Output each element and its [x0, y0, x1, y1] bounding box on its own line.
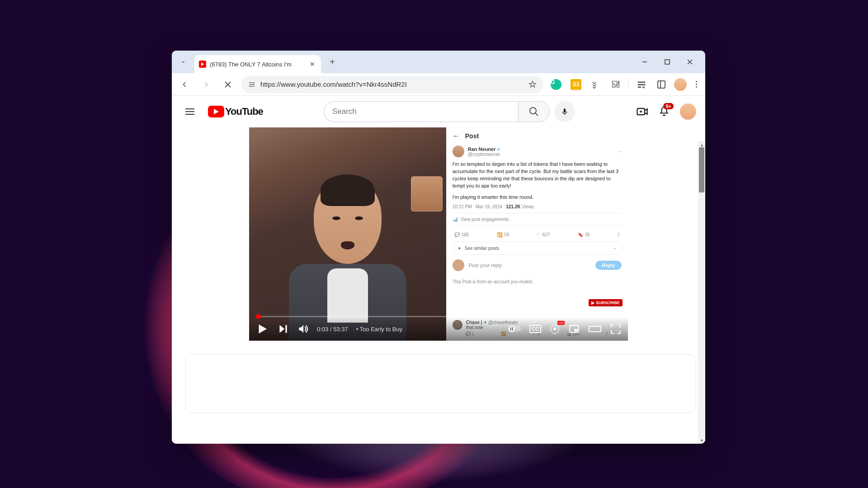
video-player[interactable]: ← Post Ran Neuner ✔ @cryptomanran ⋯ I'm … — [249, 127, 628, 341]
svg-rect-24 — [510, 327, 511, 331]
notifications-button[interactable]: 9+ — [658, 106, 670, 117]
subscribe-overlay-button[interactable]: ▶ SUBSCRIBE — [589, 299, 623, 306]
youtube-header: YouTube 9+ — [172, 96, 705, 127]
arrow-right-icon: → — [612, 246, 617, 251]
youtube-logo-icon — [208, 106, 224, 117]
scrollbar-thumb[interactable] — [699, 147, 704, 192]
tweet-back-icon: ← — [453, 132, 460, 140]
youtube-logo-text: YouTube — [225, 106, 263, 117]
svg-point-23 — [509, 326, 515, 332]
microphone-icon — [561, 108, 569, 116]
tweet-author-handle: @cryptomanran — [468, 152, 501, 157]
svg-point-26 — [553, 328, 556, 330]
tab-title: (6783) The ONLY 7 Altcoins I'm — [210, 61, 305, 68]
tabs-dropdown-button[interactable] — [175, 54, 191, 70]
tweet-body-1: I'm so tempted to degen into a list of t… — [453, 161, 622, 190]
view-engagements-link: 📊 View post engagements — [453, 217, 622, 222]
svg-rect-21 — [285, 325, 287, 333]
voice-search-button[interactable] — [554, 101, 575, 122]
svg-rect-12 — [638, 81, 646, 83]
search-input[interactable] — [324, 101, 518, 122]
retweet-icon: 🔁 — [497, 232, 502, 237]
muted-account-notice: This Post is from an account you muted. — [453, 277, 622, 286]
bookmark-count: 🔖35 — [578, 232, 590, 237]
subtitles-button[interactable]: CC — [529, 325, 541, 333]
fullscreen-button[interactable] — [610, 323, 622, 335]
volume-button[interactable] — [297, 323, 309, 335]
profile-avatar[interactable] — [674, 78, 687, 91]
tweet-author-name: Ran Neuner — [468, 146, 496, 152]
reply-count: 💬185 — [454, 232, 469, 237]
svg-rect-14 — [638, 86, 641, 88]
new-tab-button[interactable]: + — [326, 55, 339, 69]
svg-rect-17 — [564, 108, 566, 113]
video-info-panel — [185, 354, 696, 413]
site-settings-icon[interactable] — [248, 80, 256, 89]
video-host-view — [249, 127, 446, 341]
bookmark-star-icon[interactable] — [528, 80, 537, 89]
svg-rect-9 — [251, 84, 255, 85]
stop-reload-button[interactable] — [220, 76, 236, 93]
browser-tab[interactable]: (6783) The ONLY 7 Altcoins I'm ✕ — [194, 55, 321, 73]
titlebar: (6783) The ONLY 7 Altcoins I'm ✕ + — [172, 51, 705, 73]
svg-rect-28 — [574, 329, 578, 331]
todoist-extension-icon[interactable] — [589, 77, 603, 92]
gear-icon — [549, 324, 560, 334]
tweet-action-bar: 💬185 🔁29 ♡627 🔖35 ⤴ — [453, 230, 622, 240]
svg-rect-13 — [638, 84, 646, 85]
guide-menu-button[interactable] — [181, 108, 199, 115]
hd-badge: HD — [557, 321, 565, 325]
grammarly-extension-icon[interactable]: G — [549, 77, 563, 92]
heart-icon: ♡ — [537, 232, 541, 237]
s3-extension-icon[interactable]: S3 — [569, 77, 583, 92]
tweet-author-avatar — [453, 145, 464, 157]
extensions-icon[interactable] — [609, 77, 623, 92]
url-text: https://www.youtube.com/watch?v=Nkr4ssNd… — [260, 80, 524, 88]
side-panel-icon[interactable] — [654, 77, 669, 92]
bookmark-icon: 🔖 — [578, 232, 583, 237]
svg-rect-10 — [249, 86, 253, 87]
autoplay-toggle[interactable] — [508, 325, 521, 333]
forward-button[interactable] — [198, 76, 214, 93]
minimize-button[interactable] — [637, 55, 652, 69]
back-button[interactable] — [176, 76, 193, 93]
tweet-more-icon: ⋯ — [617, 149, 622, 154]
svg-rect-11 — [253, 86, 255, 87]
share-icon: ⤴ — [618, 232, 620, 237]
address-bar[interactable]: https://www.youtube.com/watch?v=Nkr4ssNd… — [241, 76, 543, 93]
account-avatar[interactable] — [680, 103, 696, 120]
tab-close-button[interactable]: ✕ — [308, 60, 316, 68]
scroll-down-arrow[interactable]: ▾ — [698, 436, 705, 444]
reply-composer: Post your reply Reply — [453, 259, 622, 271]
comment-icon: 💬 — [454, 232, 460, 237]
create-icon — [636, 105, 648, 118]
next-button[interactable] — [277, 323, 289, 335]
svg-rect-6 — [249, 82, 251, 83]
sparkle-icon: ✦ — [458, 246, 461, 251]
svg-rect-8 — [249, 84, 250, 85]
svg-line-16 — [535, 113, 538, 116]
player-controls: 0:03 / 53:37 • Too Early to Buy CC HD — [249, 317, 628, 341]
browser-window: (6783) The ONLY 7 Altcoins I'm ✕ + https… — [172, 51, 705, 444]
chapter-title[interactable]: • Too Early to Buy — [356, 326, 403, 333]
create-button[interactable] — [636, 105, 648, 118]
settings-button[interactable]: HD — [549, 324, 560, 334]
search-button[interactable] — [518, 101, 550, 122]
close-window-button[interactable] — [683, 55, 697, 69]
youtube-logo[interactable]: YouTube — [208, 106, 263, 117]
reading-list-icon[interactable] — [634, 77, 649, 92]
theater-mode-button[interactable] — [588, 323, 602, 335]
reply-placeholder: Post your reply — [469, 263, 591, 268]
maximize-button[interactable] — [660, 55, 675, 69]
svg-rect-7 — [252, 82, 255, 83]
play-icon: ▶ — [591, 300, 594, 305]
miniplayer-button[interactable] — [568, 323, 580, 335]
scrollbar[interactable]: ▴ ▾ — [698, 141, 705, 444]
svg-rect-25 — [512, 327, 513, 331]
browser-menu-button[interactable] — [692, 77, 701, 91]
retweet-count: 🔁29 — [497, 232, 509, 237]
chart-icon: 📊 — [453, 217, 458, 222]
play-button[interactable] — [255, 322, 269, 336]
reply-button: Reply — [595, 261, 622, 270]
tweet-body-2: I'm playing it smarter this time round. — [453, 194, 622, 200]
